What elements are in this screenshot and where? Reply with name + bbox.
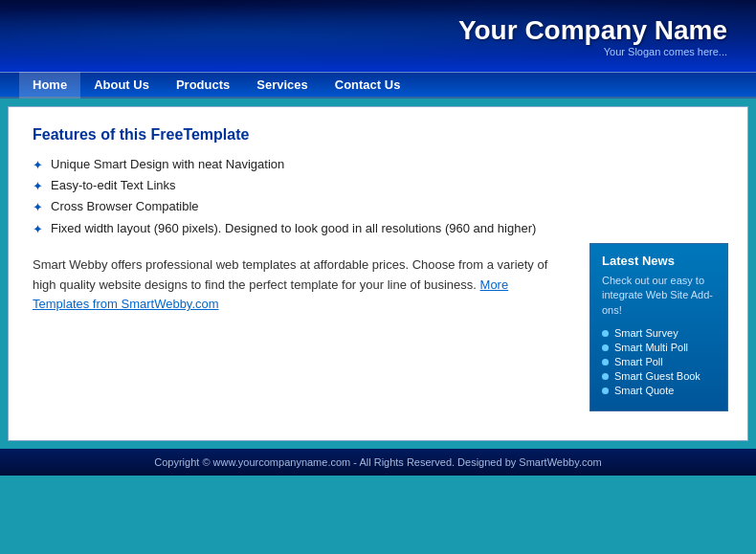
nav-products[interactable]: Products — [163, 72, 243, 99]
site-footer: Copyright © www.yourcompanyname.com - Al… — [0, 449, 756, 476]
star-icon: ✦ — [33, 199, 43, 216]
nav-services[interactable]: Services — [243, 72, 322, 99]
bullet-icon — [602, 359, 609, 366]
site-header: Your Company Name Your Slogan comes here… — [0, 0, 756, 72]
nav-home[interactable]: Home — [19, 72, 80, 99]
list-item: Smart Survey — [602, 327, 716, 339]
list-item: ✦ Fixed width layout (960 pixels). Desig… — [33, 221, 723, 238]
main-wrapper: Features of this FreeTemplate ✦ Unique S… — [0, 99, 756, 449]
list-item: ✦ Unique Smart Design with neat Navigati… — [33, 157, 723, 174]
latest-news-box: Latest News Check out our easy to integr… — [589, 243, 728, 411]
nav-contact[interactable]: Contact Us — [322, 72, 414, 99]
list-item: Smart Multi Poll — [602, 342, 716, 353]
list-item: Smart Guest Book — [602, 370, 716, 382]
star-icon: ✦ — [33, 178, 43, 195]
main-nav: Home About Us Products Services Contact … — [0, 72, 756, 99]
bullet-icon — [602, 373, 609, 380]
company-name: Your Company Name — [458, 15, 727, 46]
footer-text: Copyright © www.yourcompanyname.com - Al… — [154, 456, 601, 468]
news-title: Latest News — [602, 254, 716, 268]
features-title: Features of this FreeTemplate — [33, 126, 723, 144]
bullet-icon — [602, 388, 609, 394]
content-area: Features of this FreeTemplate ✦ Unique S… — [8, 106, 748, 441]
star-icon: ✦ — [33, 157, 43, 174]
bullet-icon — [602, 344, 609, 351]
list-item: Smart Quote — [602, 385, 716, 396]
nav-about[interactable]: About Us — [80, 72, 163, 99]
list-item: Smart Poll — [602, 356, 716, 367]
news-description: Check out our easy to integrate Web Site… — [602, 274, 716, 318]
news-list: Smart Survey Smart Multi Poll Smart Poll… — [602, 327, 716, 396]
slogan: Your Slogan comes here... — [458, 46, 727, 57]
list-item: ✦ Easy-to-edit Text Links — [33, 178, 723, 195]
feature-list: ✦ Unique Smart Design with neat Navigati… — [33, 157, 723, 238]
star-icon: ✦ — [33, 221, 43, 238]
bullet-icon — [602, 330, 609, 337]
list-item: ✦ Cross Browser Compatible — [33, 199, 723, 216]
description-text: Smart Webby offers professional web temp… — [33, 255, 559, 315]
